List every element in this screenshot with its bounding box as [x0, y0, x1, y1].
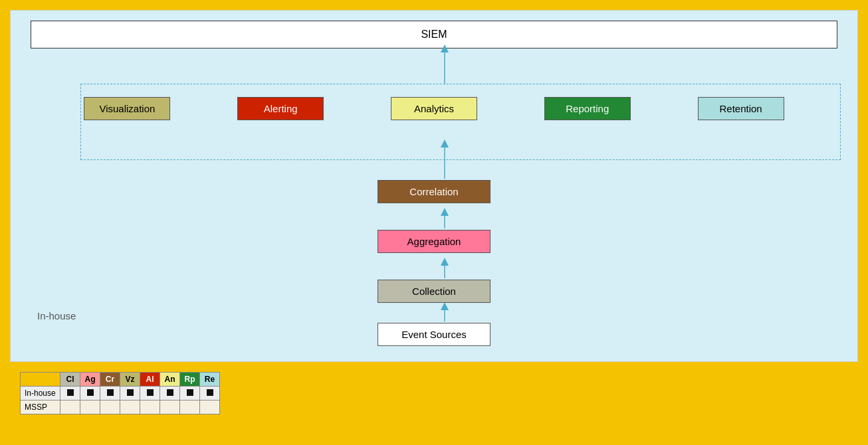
- analytics-box: Analytics: [391, 97, 477, 120]
- black-square: [127, 389, 134, 396]
- inhouse-rp: [180, 387, 200, 400]
- mssp-re: [200, 400, 220, 414]
- aggregation-box: Aggregation: [378, 230, 490, 253]
- retention-box: Retention: [698, 97, 784, 120]
- legend-col-al: Al: [140, 373, 160, 387]
- legend-col-an: An: [160, 373, 180, 387]
- black-square: [167, 389, 173, 396]
- inhouse-an: [160, 387, 180, 400]
- black-square: [147, 389, 154, 396]
- visualization-box: Visualization: [84, 97, 170, 120]
- mssp-row-label: MSSP: [21, 400, 60, 414]
- inhouse-re: [200, 387, 220, 400]
- legend-table: Cl Ag Cr Vz Al An Rp Re In-house: [20, 372, 220, 414]
- inhouse-cl: [60, 387, 80, 400]
- legend-col-re: Re: [200, 373, 220, 387]
- correlation-box: Correlation: [378, 180, 490, 203]
- legend-col-ag: Ag: [80, 373, 100, 387]
- dashed-group: [80, 84, 841, 160]
- inhouse-row-label: In-house: [21, 387, 60, 400]
- legend-col-vz: Vz: [120, 373, 140, 387]
- siem-box: SIEM: [31, 21, 837, 48]
- mssp-al: [140, 400, 160, 414]
- mssp-row: MSSP: [21, 400, 220, 414]
- black-square: [107, 389, 114, 396]
- mssp-cr: [100, 400, 120, 414]
- siem-label: SIEM: [421, 29, 447, 41]
- collection-box: Collection: [378, 280, 490, 303]
- diagram-area: SIEM: [10, 10, 858, 362]
- inhouse-al: [140, 387, 160, 400]
- legend-header-row: Cl Ag Cr Vz Al An Rp Re: [21, 373, 220, 387]
- legend-col-rp: Rp: [180, 373, 200, 387]
- black-square: [67, 389, 74, 396]
- mssp-rp: [180, 400, 200, 414]
- black-square: [207, 389, 213, 396]
- components-row: Visualization Alerting Analytics Reporti…: [11, 97, 857, 120]
- mssp-an: [160, 400, 180, 414]
- legend-empty-header: [21, 373, 60, 387]
- legend-col-cr: Cr: [100, 373, 120, 387]
- mssp-ag: [80, 400, 100, 414]
- reporting-box: Reporting: [544, 97, 631, 120]
- inhouse-row: In-house: [21, 387, 220, 400]
- black-square: [187, 389, 193, 396]
- mssp-cl: [60, 400, 80, 414]
- main-container: SIEM: [0, 0, 868, 445]
- legend-col-cl: Cl: [60, 373, 80, 387]
- legend-area: Cl Ag Cr Vz Al An Rp Re In-house: [10, 369, 858, 435]
- black-square: [87, 389, 94, 396]
- inhouse-cr: [100, 387, 120, 400]
- inhouse-vz: [120, 387, 140, 400]
- alerting-box: Alerting: [237, 97, 324, 120]
- mssp-vz: [120, 400, 140, 414]
- event-sources-box: Event Sources: [378, 323, 490, 346]
- inhouse-ag: [80, 387, 100, 400]
- inhouse-label: In-house: [37, 310, 76, 321]
